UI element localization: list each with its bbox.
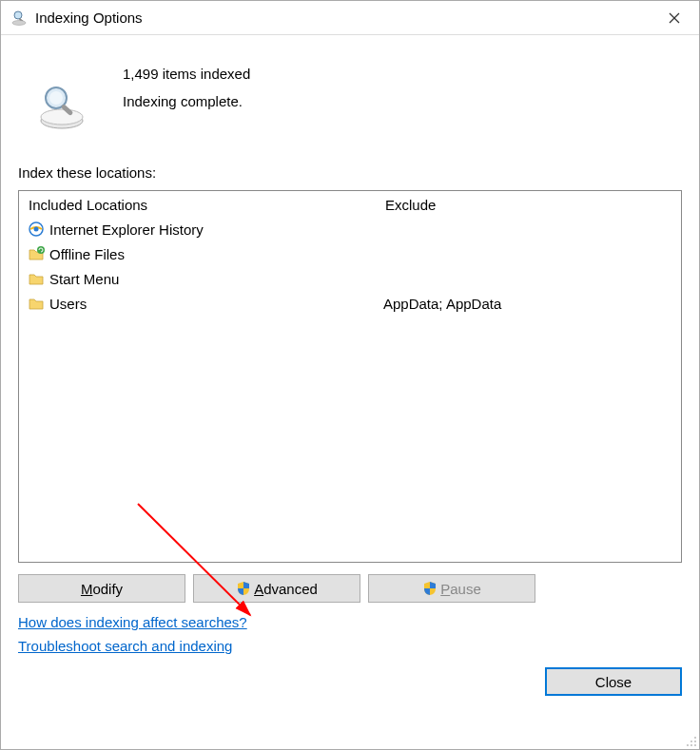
status-area: 1,499 items indexed Indexing complete. bbox=[18, 52, 682, 155]
list-item[interactable]: Offline Files bbox=[27, 241, 368, 266]
buttons-row: Modify Advanced bbox=[18, 574, 682, 603]
svg-point-2 bbox=[12, 20, 26, 25]
locations-label: Index these locations: bbox=[18, 164, 682, 181]
troubleshoot-link[interactable]: Troubleshoot search and indexing bbox=[18, 638, 232, 654]
magnifier-drive-icon bbox=[35, 81, 88, 134]
svg-point-0 bbox=[14, 11, 22, 19]
list-item[interactable]: Start Menu bbox=[27, 266, 368, 291]
indexing-state-text: Indexing complete. bbox=[123, 93, 250, 109]
bottom-row: Close bbox=[18, 667, 682, 696]
svg-point-16 bbox=[687, 744, 689, 746]
resize-grip[interactable] bbox=[684, 734, 697, 747]
folder-icon bbox=[27, 269, 46, 288]
svg-point-13 bbox=[694, 737, 696, 739]
shield-icon bbox=[236, 581, 251, 596]
svg-point-18 bbox=[694, 744, 696, 746]
exclude-cell: AppData; AppData bbox=[383, 291, 673, 316]
column-header-exclude: Exclude bbox=[383, 197, 673, 213]
links-area: How does indexing affect searches? Troub… bbox=[18, 614, 682, 662]
svg-point-17 bbox=[690, 744, 692, 746]
list-item-label: Start Menu bbox=[49, 271, 119, 287]
svg-point-12 bbox=[37, 246, 45, 254]
advanced-button[interactable]: Advanced bbox=[193, 574, 360, 603]
exclude-cell bbox=[383, 266, 673, 291]
pause-button: Pause bbox=[368, 574, 535, 603]
folder-icon bbox=[27, 294, 46, 313]
svg-point-8 bbox=[49, 91, 63, 105]
indexing-options-icon bbox=[10, 10, 28, 27]
list-item[interactable]: Users bbox=[27, 291, 368, 316]
svg-point-6 bbox=[41, 109, 83, 125]
locations-list: Included Locations Internet Explorer His… bbox=[18, 190, 682, 563]
folder-sync-icon bbox=[27, 244, 46, 263]
modify-button[interactable]: Modify bbox=[18, 574, 185, 603]
window-title: Indexing Options bbox=[35, 10, 143, 26]
list-item-label: Internet Explorer History bbox=[49, 221, 204, 238]
content-area: 1,499 items indexed Indexing complete. I… bbox=[1, 35, 699, 749]
svg-point-11 bbox=[34, 227, 39, 232]
list-item-label: Users bbox=[49, 296, 87, 312]
window-root: Indexing Options 1,499 items indexed bbox=[0, 0, 700, 750]
titlebar: Indexing Options bbox=[1, 1, 699, 35]
close-icon[interactable] bbox=[652, 4, 695, 32]
svg-point-15 bbox=[694, 740, 696, 742]
shield-icon bbox=[422, 581, 438, 596]
exclude-cell bbox=[383, 217, 673, 241]
svg-point-14 bbox=[690, 740, 692, 742]
list-item-label: Offline Files bbox=[49, 246, 125, 262]
how-affect-link[interactable]: How does indexing affect searches? bbox=[18, 614, 247, 630]
list-item[interactable]: Internet Explorer History bbox=[27, 217, 368, 241]
close-button[interactable]: Close bbox=[545, 667, 682, 696]
column-header-included: Included Locations bbox=[27, 197, 368, 213]
items-indexed-text: 1,499 items indexed bbox=[123, 66, 250, 82]
ie-icon bbox=[27, 220, 46, 239]
exclude-cell bbox=[383, 241, 673, 266]
